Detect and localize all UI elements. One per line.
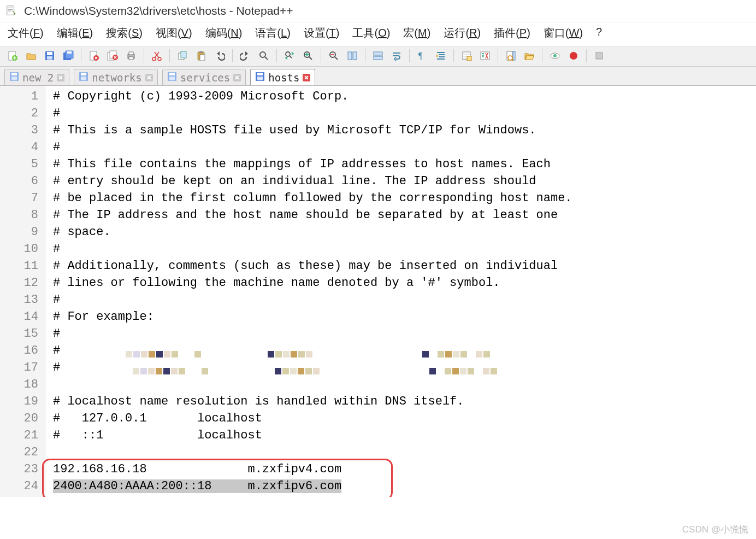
zoom-out-icon[interactable]	[327, 49, 341, 63]
close-icon[interactable]	[57, 72, 64, 84]
menu-item-9[interactable]: 运行(R)	[444, 26, 481, 40]
monitor-icon[interactable]	[548, 49, 562, 63]
code-line-7[interactable]: # be placed in the first column followed…	[53, 190, 756, 207]
svg-rect-35	[481, 52, 489, 60]
code-line-19[interactable]: # localhost name resolution is handled w…	[53, 393, 756, 410]
menu-item-8[interactable]: 宏(M)	[403, 26, 430, 40]
menu-item-4[interactable]: 编码(N)	[205, 26, 243, 40]
menu-item-11[interactable]: 窗口(W)	[544, 26, 583, 40]
folder-icon[interactable]	[459, 49, 474, 63]
close-icon[interactable]	[303, 72, 310, 84]
folder-open-icon[interactable]	[522, 49, 536, 63]
title-bar: C:\Windows\System32\drivers\etc\hosts - …	[0, 0, 756, 22]
sync-v-icon[interactable]	[345, 49, 359, 63]
code-line-5[interactable]: # This file contains the mappings of IP …	[53, 156, 756, 173]
menu-item-12[interactable]: ?	[596, 26, 602, 40]
save-all-icon[interactable]	[61, 49, 75, 63]
tab-label: new 2	[22, 72, 54, 84]
save-state-icon	[255, 72, 265, 84]
toolbar-separator	[409, 49, 410, 62]
redo-icon[interactable]	[238, 49, 252, 63]
code-line-1[interactable]: # Copyright (c) 1993-2009 Microsoft Corp…	[53, 88, 756, 105]
code-line-18[interactable]	[53, 376, 756, 393]
show-all-chars-icon[interactable]: ¶	[415, 49, 429, 63]
toolbar-separator	[321, 49, 321, 62]
code-line-22[interactable]	[53, 444, 756, 461]
code-content[interactable]: # Copyright (c) 1993-2009 Microsoft Corp…	[45, 86, 756, 497]
zoom-in-icon[interactable]	[301, 49, 315, 63]
toolbar-separator	[276, 49, 277, 62]
toolbar-separator	[81, 49, 81, 62]
code-line-6[interactable]: # entry should be kept on an individual …	[53, 173, 756, 190]
toolbar: ¶	[0, 46, 756, 67]
svg-rect-5	[47, 56, 52, 60]
code-line-16[interactable]: #	[53, 342, 756, 359]
svg-rect-48	[81, 73, 86, 75]
code-line-4[interactable]: #	[53, 139, 756, 156]
tab-hosts[interactable]: hosts	[250, 69, 315, 85]
save-icon[interactable]	[43, 49, 57, 63]
sync-h-icon[interactable]	[371, 49, 385, 63]
print-icon[interactable]	[124, 49, 138, 63]
window-title: C:\Windows\System32\drivers\etc\hosts - …	[24, 4, 293, 17]
record-icon[interactable]	[566, 49, 581, 63]
toolbar-separator	[144, 49, 144, 62]
code-line-20[interactable]: # 127.0.0.1 localhost	[53, 410, 756, 427]
close-all-icon[interactable]	[105, 49, 120, 63]
code-line-14[interactable]: # For example:	[53, 308, 756, 325]
replace-icon[interactable]	[282, 49, 297, 63]
code-line-17[interactable]: #	[53, 359, 756, 376]
find-icon[interactable]	[257, 49, 271, 63]
code-line-15[interactable]: #	[53, 325, 756, 342]
toolbar-separator	[232, 49, 233, 62]
svg-rect-56	[257, 73, 263, 75]
menu-item-7[interactable]: 工具(O)	[352, 26, 390, 40]
menu-item-2[interactable]: 搜索(S)	[106, 26, 143, 40]
close-icon[interactable]	[233, 72, 241, 84]
code-line-24[interactable]: 2400:A480:AAAA:200::18 m.zxfipv6.com	[53, 478, 756, 495]
tab-new-2[interactable]: new 2	[4, 69, 69, 85]
menu-item-5[interactable]: 语言(L)	[255, 26, 290, 40]
menu-item-0[interactable]: 文件(F)	[8, 26, 44, 40]
editor-area[interactable]: 123456789101112131415161718192021222324 …	[0, 86, 756, 497]
code-line-13[interactable]: #	[53, 291, 756, 308]
open-file-icon[interactable]	[24, 49, 38, 63]
cut-icon[interactable]	[150, 49, 164, 63]
close-icon[interactable]	[145, 72, 153, 84]
tab-networks[interactable]: networks	[74, 69, 158, 85]
code-line-8[interactable]: # The IP address and the host name shoul…	[53, 207, 756, 224]
svg-rect-30	[374, 52, 382, 55]
undo-icon[interactable]	[212, 49, 227, 63]
svg-rect-53	[169, 77, 175, 80]
svg-rect-42	[596, 52, 603, 59]
code-line-21[interactable]: # ::1 localhost	[53, 427, 756, 444]
menu-item-10[interactable]: 插件(P)	[494, 26, 530, 40]
function-list-icon[interactable]	[478, 49, 492, 63]
close-file-icon[interactable]	[87, 49, 101, 63]
menu-item-6[interactable]: 设置(T)	[304, 26, 340, 40]
code-line-2[interactable]: #	[53, 105, 756, 122]
tab-services[interactable]: services	[162, 69, 246, 85]
doc-map-icon[interactable]	[504, 49, 518, 63]
code-line-23[interactable]: 192.168.16.18 m.zxfipv4.com	[53, 461, 756, 478]
svg-rect-0	[7, 6, 14, 15]
copy-icon[interactable]	[175, 49, 190, 63]
code-line-3[interactable]: # This is a sample HOSTS file used by Mi…	[53, 122, 756, 139]
svg-rect-16	[129, 57, 133, 60]
code-line-9[interactable]: # space.	[53, 224, 756, 241]
toolbar-separator	[586, 49, 587, 62]
code-line-12[interactable]: # lines or following the machine name de…	[53, 274, 756, 291]
indent-guide-icon[interactable]	[434, 49, 448, 63]
code-line-10[interactable]: #	[53, 241, 756, 257]
new-file-icon[interactable]	[5, 49, 20, 63]
svg-point-18	[158, 57, 161, 61]
paste-icon[interactable]	[194, 49, 208, 63]
tab-bar: new 2networksserviceshosts	[0, 67, 756, 86]
svg-point-40	[553, 54, 557, 57]
stop-icon[interactable]	[592, 49, 606, 63]
menu-item-1[interactable]: 编辑(E)	[57, 26, 93, 40]
code-line-11[interactable]: # Additionally, comments (such as these)…	[53, 257, 756, 274]
wrap-icon[interactable]	[389, 49, 404, 63]
svg-rect-8	[67, 51, 72, 54]
menu-item-3[interactable]: 视图(V)	[156, 26, 192, 40]
